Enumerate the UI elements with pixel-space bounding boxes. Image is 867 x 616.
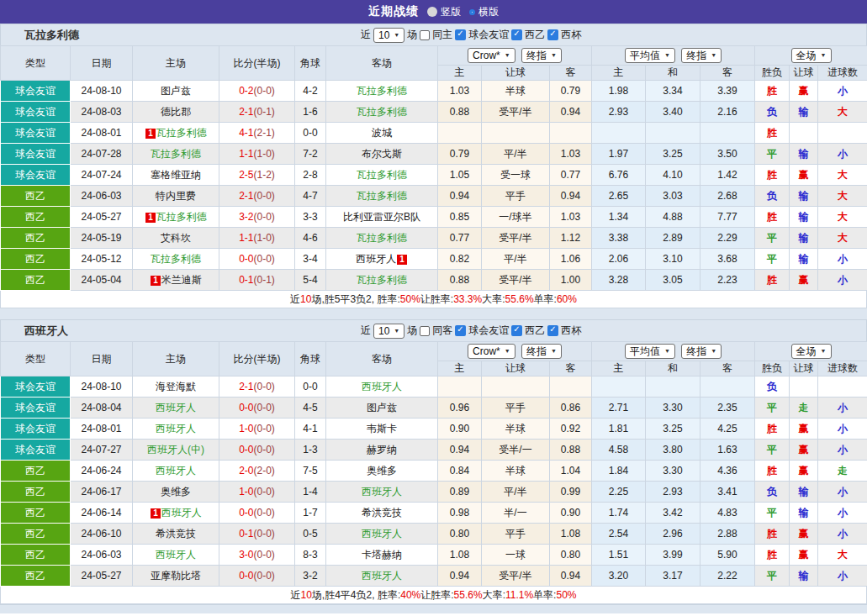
fulltime-score: 0-1 xyxy=(239,528,253,540)
games-label: 场 xyxy=(407,324,417,338)
sub-avg-home: 主 xyxy=(592,66,646,81)
bookmaker-select[interactable]: Crow* xyxy=(468,344,515,359)
avg-draw-odds: 2.89 xyxy=(646,228,700,249)
match-row: 西乙24-06-141西班牙人0-0(0-0)1-7希洪竞技0.98半/一0.9… xyxy=(1,503,867,524)
away-team-name: 瓦拉多利德 xyxy=(357,106,407,118)
match-date: 24-05-04 xyxy=(71,270,133,291)
crow-away-odds: 1.03 xyxy=(550,144,592,165)
avg-draw-odds: 3.99 xyxy=(646,545,700,566)
crow-final-select[interactable]: 终指 xyxy=(521,48,562,63)
result-wdl: 胜 xyxy=(755,81,790,102)
away-team-name: 韦斯卡 xyxy=(367,423,397,434)
same-away-checkbox[interactable] xyxy=(420,326,430,336)
crow-final-select[interactable]: 终指 xyxy=(521,344,562,359)
bookmaker-select[interactable]: Crow* xyxy=(468,48,515,63)
league-laliga2-label: 西乙 xyxy=(525,28,545,42)
home-team-cell: 西班牙人 xyxy=(133,545,219,566)
avg-away-odds: 7.77 xyxy=(700,207,755,228)
match-date: 24-06-24 xyxy=(71,461,133,482)
sub-avg-away: 客 xyxy=(700,66,755,81)
col-home: 主场 xyxy=(133,46,219,81)
summary-text: 大率: xyxy=(482,292,505,307)
avg-draw-odds: 4.10 xyxy=(646,165,700,186)
home-team-name: 奥维多 xyxy=(161,486,191,498)
avg-away-odds: 2.88 xyxy=(700,524,755,545)
match-row: 西乙24-06-03西班牙人3-0(0-0)8-3卡塔赫纳1.08一球0.801… xyxy=(1,545,867,566)
league-laliga2-checkbox[interactable] xyxy=(511,325,522,336)
avg-draw-odds: 3.42 xyxy=(646,503,700,524)
average-select[interactable]: 平均值 xyxy=(625,48,675,63)
league-cup-checkbox[interactable] xyxy=(547,325,558,336)
result-goals: 大 xyxy=(818,186,867,207)
average-select[interactable]: 平均值 xyxy=(625,344,675,359)
home-team-cell: 1米兰迪斯 xyxy=(133,270,219,291)
league-friendly-checkbox[interactable] xyxy=(455,29,466,40)
match-date: 24-05-27 xyxy=(71,566,133,587)
halftime-score: (0-0) xyxy=(254,423,275,434)
halftime-score: (0-0) xyxy=(254,528,275,540)
scope-group-header: 全场 xyxy=(755,46,867,66)
summary-stat-value: 60% xyxy=(557,293,577,305)
fulltime-score: 2-1 xyxy=(239,381,253,392)
crow-handicap: 平/半 xyxy=(482,144,550,165)
avg-draw-odds: 3.03 xyxy=(646,186,700,207)
avg-away-odds xyxy=(700,376,755,398)
same-home-checkbox[interactable] xyxy=(420,30,430,40)
away-team-name: 比利亚雷亚尔B队 xyxy=(343,211,420,223)
result-wdl: 平 xyxy=(755,228,790,249)
layout-option-vertical[interactable]: 竖版 xyxy=(427,5,461,19)
away-team-cell: 赫罗纳 xyxy=(326,440,438,461)
avg-away-odds: 4.83 xyxy=(700,503,755,524)
halftime-score: (0-0) xyxy=(254,570,275,582)
match-count-select[interactable]: 10 xyxy=(373,324,404,339)
summary-stat-value: 10 xyxy=(301,589,312,601)
avg-away-odds: 1.63 xyxy=(700,440,755,461)
corner-count: 3-4 xyxy=(295,249,326,270)
scope-select[interactable]: 全场 xyxy=(791,48,832,63)
horizontal-radio-icon[interactable] xyxy=(469,9,475,15)
crow-handicap: 平/半 xyxy=(482,249,550,270)
average-final-select[interactable]: 终指 xyxy=(681,344,722,359)
layout-option-horizontal[interactable]: 横版 xyxy=(469,5,499,19)
away-team-name: 西班牙人 xyxy=(356,253,396,265)
score-cell: 0-0(0-0) xyxy=(219,249,295,270)
crow-away-odds: 0.92 xyxy=(550,419,592,440)
away-team-name: 赫罗纳 xyxy=(367,444,397,455)
crow-home-odds: 0.82 xyxy=(438,249,482,270)
match-count-select[interactable]: 10 xyxy=(373,28,404,43)
match-row: 西乙24-06-24西班牙人2-0(2-0)7-5奥维多0.84半球1.041.… xyxy=(1,461,867,482)
match-type-badge: 西乙 xyxy=(1,566,71,587)
avg-away-odds: 3.50 xyxy=(700,144,755,165)
result-goals: 大 xyxy=(818,545,867,566)
result-handicap: 输 xyxy=(790,503,818,524)
corner-count: 4-1 xyxy=(295,419,326,440)
crow-handicap: 一/球半 xyxy=(482,207,550,228)
crow-handicap: 半/一 xyxy=(482,503,550,524)
scope-select[interactable]: 全场 xyxy=(791,344,832,359)
halftime-score: (0-0) xyxy=(254,486,275,498)
crow-home-odds: 0.85 xyxy=(438,207,482,228)
league-laliga2-checkbox[interactable] xyxy=(511,29,522,40)
corner-count: 3-2 xyxy=(295,566,326,587)
league-friendly-checkbox[interactable] xyxy=(455,325,466,336)
result-goals: 大 xyxy=(818,102,867,123)
match-date: 24-08-03 xyxy=(71,102,133,123)
home-team-cell: 1西班牙人 xyxy=(133,503,219,524)
away-team-name: 布尔戈斯 xyxy=(362,148,402,160)
crow-handicap: 受平/半 xyxy=(482,102,550,123)
match-row: 球会友谊24-07-27西班牙人(中)0-0(0-0)1-3赫罗纳0.94受半/… xyxy=(1,440,867,461)
summary-text: 单率: xyxy=(534,292,557,307)
home-team-name: 塞格维亚纳 xyxy=(151,169,201,181)
home-team-cell: 瓦拉多利德 xyxy=(133,144,219,165)
avg-away-odds: 2.29 xyxy=(700,228,755,249)
home-team-cell: 德比郡 xyxy=(133,102,219,123)
match-date: 24-08-10 xyxy=(71,81,133,102)
average-final-select[interactable]: 终指 xyxy=(681,48,722,63)
avg-draw-odds: 3.10 xyxy=(646,249,700,270)
match-type-badge: 西乙 xyxy=(1,461,71,482)
result-handicap: 走 xyxy=(790,398,818,419)
vertical-radio-icon[interactable] xyxy=(427,7,437,17)
league-cup-checkbox[interactable] xyxy=(547,29,558,40)
avg-draw-odds: 3.30 xyxy=(646,398,700,419)
league-friendly-label: 球会友谊 xyxy=(468,324,509,338)
